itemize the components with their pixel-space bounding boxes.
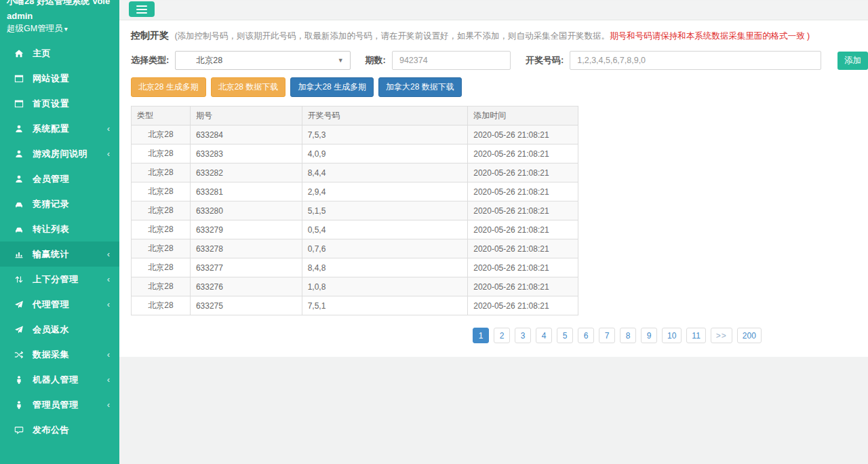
- issue-input[interactable]: [392, 51, 511, 70]
- type-label: 选择类型:: [131, 54, 169, 66]
- sidebar-item-label: 网站设置: [33, 73, 69, 85]
- ca28-generate-button[interactable]: 加拿大28 生成多期: [290, 77, 374, 97]
- sidebar-item-home[interactable]: 主页: [0, 41, 119, 66]
- sidebar-item-points-management[interactable]: 上下分管理‹: [0, 267, 119, 292]
- window-icon: [14, 99, 24, 109]
- pagination-page-3[interactable]: 3: [515, 328, 531, 343]
- sidebar-item-agent-management[interactable]: 代理管理‹: [0, 292, 119, 317]
- sidebar-item-data-collection[interactable]: 数据采集‹: [0, 342, 119, 367]
- shuffle-icon: [14, 350, 24, 360]
- user-icon: [14, 174, 24, 184]
- car-icon: [14, 199, 24, 209]
- sidebar-item-game-room-info[interactable]: 游戏房间说明‹: [0, 141, 119, 166]
- user-icon: [14, 149, 24, 159]
- table-row: 北京286332812,9,42020-05-26 21:08:21: [132, 182, 578, 201]
- menu-toggle-button[interactable]: [129, 1, 155, 17]
- cell-numbers: 8,4,4: [302, 163, 468, 182]
- cell-numbers: 0,7,6: [302, 239, 468, 258]
- pagination-last-button[interactable]: 200: [737, 328, 762, 343]
- user-icon: [14, 124, 24, 134]
- robot-icon: [14, 375, 24, 385]
- pagination-page-8[interactable]: 8: [620, 328, 636, 343]
- issue-label: 期数:: [366, 54, 386, 66]
- bj28-generate-button[interactable]: 北京28 生成多期: [131, 77, 206, 97]
- add-button[interactable]: 添加: [837, 52, 868, 70]
- type-select-value: 北京28: [196, 55, 222, 66]
- cell-issue: 633279: [190, 220, 302, 239]
- type-select[interactable]: 北京28 ▼: [175, 51, 350, 70]
- page-header: 控制开奖 (添加控制号码，则该期开此号码，取最新添加的号码，请在开奖前设置好，如…: [119, 20, 868, 44]
- cell-added-time: 2020-05-26 21:08:21: [468, 220, 578, 239]
- cell-issue: 633283: [190, 144, 302, 163]
- sidebar-item-win-loss-stats[interactable]: 输赢统计‹: [0, 241, 119, 267]
- column-header: 期号: [190, 107, 302, 125]
- chevron-left-icon: ‹: [107, 249, 110, 259]
- cell-type: 北京28: [132, 239, 191, 258]
- pagination: 1234567891011>>200: [473, 328, 868, 343]
- pagination-page-5[interactable]: 5: [557, 328, 573, 343]
- table-row: 北京286332790,5,42020-05-26 21:08:21: [132, 220, 578, 239]
- sidebar-item-label: 游戏房间说明: [33, 148, 87, 160]
- cell-added-time: 2020-05-26 21:08:21: [468, 277, 578, 296]
- table-row: 北京286332805,1,52020-05-26 21:08:21: [132, 201, 578, 220]
- ca28-download-button[interactable]: 加拿大28 数据下载: [378, 77, 462, 97]
- sidebar-item-member-rebate[interactable]: 会员返水: [0, 317, 119, 342]
- pagination-page-10[interactable]: 10: [662, 328, 682, 343]
- bj28-download-button[interactable]: 北京28 数据下载: [211, 77, 286, 97]
- column-header: 类型: [132, 107, 191, 125]
- admin-icon: [14, 400, 24, 410]
- window-icon: [14, 74, 24, 83]
- cell-numbers: 5,1,5: [302, 201, 468, 220]
- pagination-page-4[interactable]: 4: [536, 328, 552, 343]
- chevron-left-icon: ‹: [107, 374, 110, 385]
- cell-issue: 633284: [190, 125, 302, 144]
- cell-added-time: 2020-05-26 21:08:21: [468, 144, 578, 163]
- cell-issue: 633275: [190, 296, 302, 315]
- number-input[interactable]: [570, 51, 821, 70]
- page-title: 控制开奖: [131, 30, 169, 41]
- pagination-page-7[interactable]: 7: [599, 328, 615, 343]
- pagination-page-6[interactable]: 6: [578, 328, 594, 343]
- chevron-left-icon: ‹: [107, 123, 110, 134]
- column-header: 开奖号码: [302, 107, 468, 125]
- table-row: 北京286332847,5,32020-05-26 21:08:21: [132, 125, 578, 144]
- sidebar-item-label: 系统配置: [33, 123, 69, 135]
- sidebar-item-member-management[interactable]: 会员管理: [0, 166, 119, 191]
- cell-type: 北京28: [132, 220, 191, 239]
- cell-type: 北京28: [132, 201, 191, 220]
- cell-issue: 633276: [190, 277, 302, 296]
- cell-numbers: 8,4,8: [302, 258, 468, 277]
- sidebar-item-system-config[interactable]: 系统配置‹: [0, 116, 119, 141]
- sidebar-item-publish-announcement[interactable]: 发布公告: [0, 417, 119, 442]
- pagination-page-1[interactable]: 1: [473, 328, 489, 343]
- sidebar-item-label: 管理员管理: [33, 399, 79, 411]
- sidebar-item-robot-management[interactable]: 机器人管理‹: [0, 367, 119, 392]
- comment-icon: [14, 425, 24, 435]
- sidebar-item-admin-management[interactable]: 管理员管理‹: [0, 392, 119, 417]
- cell-type: 北京28: [132, 125, 191, 144]
- sidebar: 小喵28 好运管理系统 Vole admin 超级GM管理员▾ 主页网站设置首页…: [0, 0, 119, 464]
- sidebar-menu: 主页网站设置首页设置系统配置‹游戏房间说明‹会员管理竞猜记录转让列表输赢统计‹上…: [0, 41, 119, 442]
- cell-issue: 633277: [190, 258, 302, 277]
- pagination-page-2[interactable]: 2: [494, 328, 510, 343]
- cell-issue: 633282: [190, 163, 302, 182]
- cell-added-time: 2020-05-26 21:08:21: [468, 296, 578, 315]
- pagination-page-9[interactable]: 9: [641, 328, 657, 343]
- sidebar-item-label: 数据采集: [33, 349, 69, 361]
- sidebar-item-site-settings[interactable]: 网站设置: [0, 66, 119, 91]
- sidebar-item-bet-records[interactable]: 竞猜记录: [0, 191, 119, 216]
- table-row: 北京286332778,4,82020-05-26 21:08:21: [132, 258, 578, 277]
- cell-numbers: 4,0,9: [302, 144, 468, 163]
- pagination-next-button[interactable]: >>: [711, 328, 732, 343]
- sidebar-item-label: 输赢统计: [33, 248, 69, 260]
- sidebar-item-transfer-list[interactable]: 转让列表: [0, 216, 119, 241]
- records-table: 类型期号开奖号码添加时间 北京286332847,5,32020-05-26 2…: [131, 106, 578, 315]
- main-area: 控制开奖 (添加控制号码，则该期开此号码，取最新添加的号码，请在开奖前设置好，如…: [119, 1, 868, 464]
- sidebar-item-homepage-settings[interactable]: 首页设置: [0, 91, 119, 116]
- role-dropdown[interactable]: 超级GM管理员▾: [7, 23, 119, 35]
- cell-numbers: 7,5,3: [302, 125, 468, 144]
- page-subtitle-warning: 期号和号码请保持和本系统数据采集里面的格式一致 ): [610, 31, 810, 41]
- cell-added-time: 2020-05-26 21:08:21: [468, 201, 578, 220]
- cell-type: 北京28: [132, 182, 191, 201]
- pagination-page-11[interactable]: 11: [686, 328, 705, 343]
